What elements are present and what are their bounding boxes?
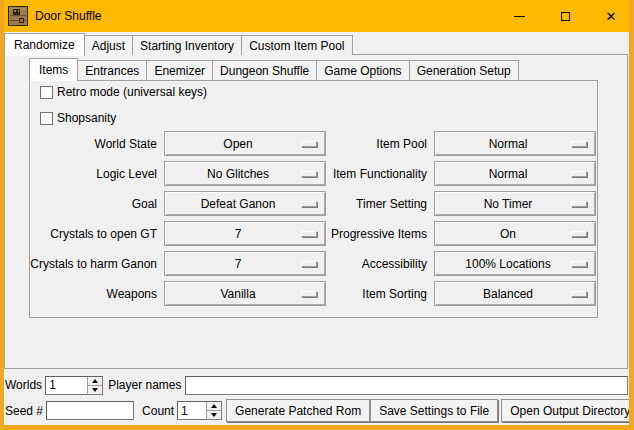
save-settings-button[interactable]: Save Settings to File xyxy=(370,399,498,422)
shopsanity-checkbox[interactable]: Shopsanity xyxy=(40,111,116,125)
tab-items[interactable]: Items xyxy=(29,58,78,81)
minimize-icon xyxy=(514,16,525,17)
dropdown-indicator-icon xyxy=(571,171,587,177)
crystals-ganon-label: Crystals to harm Ganon xyxy=(30,251,164,276)
spin-up-icon xyxy=(211,404,217,408)
item-pool-label: Item Pool xyxy=(326,131,434,156)
seed-input[interactable] xyxy=(46,401,134,420)
weapons-label: Weapons xyxy=(30,281,164,306)
accessibility-label: Accessibility xyxy=(326,251,434,276)
retro-mode-label: Retro mode (universal keys) xyxy=(57,85,207,99)
dropdown-indicator-icon xyxy=(571,201,587,207)
tab-game-options[interactable]: Game Options xyxy=(316,60,409,80)
timer-setting-dropdown[interactable]: No Timer xyxy=(434,191,596,216)
accessibility-dropdown[interactable]: 100% Locations xyxy=(434,251,596,276)
seed-row: Seed # Count Generate Patched Rom Save S… xyxy=(5,399,628,422)
window: Door Shuffle ✕ Randomize Adjust Starting… xyxy=(0,0,634,430)
spin-up-button[interactable] xyxy=(88,377,102,385)
dropdown-indicator-icon xyxy=(571,141,587,147)
tab-adjust[interactable]: Adjust xyxy=(84,35,133,55)
crystals-gt-label: Crystals to open GT xyxy=(30,221,164,246)
goal-dropdown[interactable]: Defeat Ganon xyxy=(164,191,326,216)
close-button[interactable]: ✕ xyxy=(588,0,634,32)
window-title: Door Shuffle xyxy=(35,9,102,23)
shopsanity-label: Shopsanity xyxy=(57,111,116,125)
app-icon door-icon xyxy=(8,6,28,26)
checkbox-icon[interactable] xyxy=(40,112,53,125)
outer-tab-bar: Randomize Adjust Starting Inventory Cust… xyxy=(4,33,352,55)
count-value-input[interactable] xyxy=(178,402,206,419)
open-output-directory-button[interactable]: Open Output Directory xyxy=(501,399,634,422)
settings-grid: World State Open Item Pool Normal Logic … xyxy=(30,131,596,306)
dropdown-indicator-icon xyxy=(571,231,587,237)
count-label: Count xyxy=(142,404,174,418)
dropdown-indicator-icon xyxy=(301,141,317,147)
window-content: Randomize Adjust Starting Inventory Cust… xyxy=(4,32,629,425)
retro-mode-checkbox[interactable]: Retro mode (universal keys) xyxy=(40,85,207,99)
player-names-input[interactable] xyxy=(185,376,629,395)
progressive-items-dropdown[interactable]: On xyxy=(434,221,596,246)
spin-down-button[interactable] xyxy=(207,410,221,419)
maximize-icon xyxy=(561,12,570,21)
tab-entrances[interactable]: Entrances xyxy=(77,60,147,80)
item-sorting-label: Item Sorting xyxy=(326,281,434,306)
crystals-gt-dropdown[interactable]: 7 xyxy=(164,221,326,246)
generate-patched-rom-button[interactable]: Generate Patched Rom xyxy=(226,399,370,422)
worlds-row: Worlds Player names xyxy=(5,375,628,395)
item-functionality-label: Item Functionality xyxy=(326,161,434,186)
count-spinner[interactable] xyxy=(177,401,222,420)
dropdown-indicator-icon xyxy=(301,201,317,207)
crystals-ganon-dropdown[interactable]: 7 xyxy=(164,251,326,276)
randomize-pane: Items Entrances Enemizer Dungeon Shuffle… xyxy=(4,54,628,369)
seed-label: Seed # xyxy=(5,404,43,418)
dropdown-indicator-icon xyxy=(301,231,317,237)
checkbox-icon[interactable] xyxy=(40,86,53,99)
spin-up-icon xyxy=(92,379,98,383)
spin-down-button[interactable] xyxy=(88,385,102,394)
world-state-dropdown[interactable]: Open xyxy=(164,131,326,156)
dropdown-indicator-icon xyxy=(301,171,317,177)
tab-enemizer[interactable]: Enemizer xyxy=(146,60,213,80)
logic-level-dropdown[interactable]: No Glitches xyxy=(164,161,326,186)
progressive-items-label: Progressive Items xyxy=(326,221,434,246)
dropdown-indicator-icon xyxy=(571,261,587,267)
tab-generation-setup[interactable]: Generation Setup xyxy=(409,60,519,80)
dropdown-indicator-icon xyxy=(571,291,587,297)
world-state-label: World State xyxy=(30,131,164,156)
worlds-value-input[interactable] xyxy=(46,377,87,394)
maximize-button[interactable] xyxy=(542,0,588,32)
spin-down-icon xyxy=(211,413,217,417)
titlebar: Door Shuffle ✕ xyxy=(0,0,634,32)
item-sorting-dropdown[interactable]: Balanced xyxy=(434,281,596,306)
player-names-label: Player names xyxy=(108,378,181,392)
dropdown-indicator-icon xyxy=(301,261,317,267)
minimize-button[interactable] xyxy=(496,0,542,32)
weapons-dropdown[interactable]: Vanilla xyxy=(164,281,326,306)
tab-randomize[interactable]: Randomize xyxy=(4,33,85,56)
logic-level-label: Logic Level xyxy=(30,161,164,186)
worlds-spinner[interactable] xyxy=(45,376,103,395)
item-functionality-dropdown[interactable]: Normal xyxy=(434,161,596,186)
inner-tab-bar: Items Entrances Enemizer Dungeon Shuffle… xyxy=(29,58,518,80)
dropdown-indicator-icon xyxy=(301,291,317,297)
spin-down-icon xyxy=(92,388,98,392)
close-icon: ✕ xyxy=(606,10,617,23)
tab-dungeon-shuffle[interactable]: Dungeon Shuffle xyxy=(212,60,317,80)
worlds-label: Worlds xyxy=(5,378,42,392)
timer-setting-label: Timer Setting xyxy=(326,191,434,216)
tab-custom-item-pool[interactable]: Custom Item Pool xyxy=(241,35,352,55)
goal-label: Goal xyxy=(30,191,164,216)
window-controls: ✕ xyxy=(496,0,634,32)
spin-up-button[interactable] xyxy=(207,402,221,410)
tab-starting-inventory[interactable]: Starting Inventory xyxy=(132,35,242,55)
items-pane: Retro mode (universal keys) Shopsanity W… xyxy=(29,80,598,318)
item-pool-dropdown[interactable]: Normal xyxy=(434,131,596,156)
